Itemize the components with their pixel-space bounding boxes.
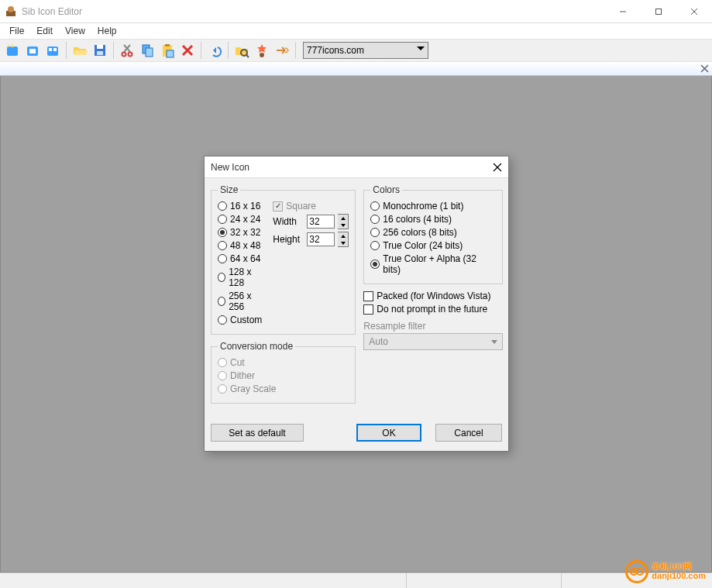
url-combobox-value: 777icons.com <box>307 45 364 56</box>
colors-legend: Colors <box>370 184 402 195</box>
menubar: File Edit View Help <box>0 23 712 39</box>
packed-checkbox[interactable]: Packed (for Windows Vista) <box>363 291 503 301</box>
svg-point-18 <box>129 53 132 57</box>
size-option-32[interactable]: 32 x 32 <box>218 227 262 238</box>
height-spin[interactable] <box>338 232 349 247</box>
conversion-legend: Conversion mode <box>218 341 295 352</box>
svg-rect-13 <box>53 48 57 51</box>
svg-point-1 <box>8 6 14 12</box>
svg-marker-31 <box>257 44 267 53</box>
size-option-128[interactable]: 128 x 128 <box>218 266 262 288</box>
dialog-title: New Icon <box>205 156 508 178</box>
color-256[interactable]: 256 colors (8 bits) <box>370 227 496 238</box>
wizard-button[interactable] <box>253 41 271 60</box>
svg-rect-3 <box>656 9 662 14</box>
search-button[interactable] <box>232 41 251 60</box>
toolbar: 777icons.com <box>0 39 712 62</box>
no-prompt-checkbox[interactable]: Do not prompt in the future <box>363 304 503 315</box>
watermark-text: danji100.com <box>652 572 706 581</box>
chevron-down-icon <box>491 340 497 344</box>
watermark: 单机100网 danji100.com <box>625 560 706 583</box>
set-default-button[interactable]: Set as default <box>211 424 304 442</box>
svg-marker-28 <box>213 47 216 53</box>
copy-button[interactable] <box>138 41 157 60</box>
svg-rect-15 <box>97 45 103 49</box>
svg-rect-10 <box>29 49 36 53</box>
minimize-button[interactable] <box>605 0 641 22</box>
color-24bit[interactable]: True Color (24 bits) <box>370 240 496 251</box>
statusbar <box>0 573 712 588</box>
save-button[interactable] <box>91 41 109 60</box>
color-mono[interactable]: Monochrome (1 bit) <box>370 201 496 211</box>
svg-point-17 <box>122 53 126 57</box>
color-16[interactable]: 16 colors (4 bits) <box>370 214 496 225</box>
close-button[interactable] <box>676 0 712 22</box>
svg-line-30 <box>246 55 249 57</box>
colors-group: Colors Monochrome (1 bit) 16 colors (4 b… <box>363 184 503 284</box>
size-option-24[interactable]: 24 x 24 <box>218 214 262 225</box>
app-icon <box>5 5 17 18</box>
new-icon-dialog: New Icon Size 16 x 16 24 x 24 32 x 32 48… <box>204 156 509 452</box>
color-32bit[interactable]: True Color + Alpha (32 bits) <box>370 253 496 275</box>
height-input[interactable] <box>307 232 335 246</box>
conversion-grayscale: Gray Scale <box>218 383 349 394</box>
menu-file[interactable]: File <box>3 24 30 38</box>
size-option-48[interactable]: 48 x 48 <box>218 240 262 251</box>
dialog-close-button[interactable] <box>491 161 504 174</box>
url-combobox[interactable]: 777icons.com <box>303 42 428 59</box>
svg-point-38 <box>637 569 643 575</box>
window-controls <box>605 0 712 22</box>
conversion-dither: Dither <box>218 370 349 381</box>
svg-rect-25 <box>167 50 174 57</box>
watermark-icon <box>625 560 648 583</box>
height-label: Height <box>273 234 304 245</box>
width-spin[interactable] <box>338 214 349 229</box>
chevron-down-icon <box>417 46 425 50</box>
size-legend: Size <box>218 184 240 195</box>
square-checkbox[interactable]: Square <box>273 201 349 211</box>
titlebar: Sib Icon Editor <box>0 0 712 23</box>
cancel-button[interactable]: Cancel <box>435 424 502 442</box>
paste-button[interactable] <box>158 41 177 60</box>
new-image-button[interactable] <box>23 41 42 60</box>
size-option-256[interactable]: 256 x 256 <box>218 291 262 312</box>
pointer-hand-button[interactable] <box>273 41 291 60</box>
menu-help[interactable]: Help <box>91 24 123 38</box>
status-cell-2 <box>406 573 561 588</box>
delete-button[interactable] <box>178 41 197 60</box>
new-library-button[interactable] <box>43 41 62 60</box>
svg-marker-7 <box>11 44 14 47</box>
document-tabbar <box>0 62 712 76</box>
cut-button[interactable] <box>118 41 136 60</box>
app-title: Sib Icon Editor <box>22 6 605 17</box>
status-cell-1 <box>0 573 406 588</box>
resample-value: Auto <box>369 336 388 347</box>
width-input[interactable] <box>307 215 335 229</box>
conversion-cut: Cut <box>218 357 349 368</box>
width-label: Width <box>273 216 304 227</box>
menu-view[interactable]: View <box>59 24 91 38</box>
ok-button[interactable]: OK <box>356 424 421 442</box>
svg-rect-6 <box>7 46 18 56</box>
resample-select: Auto <box>363 333 503 350</box>
svg-rect-16 <box>97 51 103 55</box>
svg-rect-22 <box>146 48 153 57</box>
svg-point-32 <box>260 53 264 57</box>
undo-button[interactable] <box>205 41 224 60</box>
tabbar-close-button[interactable] <box>700 64 710 74</box>
svg-rect-12 <box>49 48 52 51</box>
dialog-title-text: New Icon <box>211 162 249 173</box>
size-option-custom[interactable]: Custom <box>218 315 262 325</box>
size-option-64[interactable]: 64 x 64 <box>218 253 262 264</box>
resample-label: Resample filter <box>363 321 503 332</box>
svg-rect-24 <box>165 44 170 46</box>
size-group: Size 16 x 16 24 x 24 32 x 32 48 x 48 64 … <box>211 184 356 335</box>
conversion-group: Conversion mode Cut Dither Gray Scale <box>211 341 356 404</box>
svg-point-8 <box>8 45 10 47</box>
new-icon-button[interactable] <box>3 41 22 60</box>
maximize-button[interactable] <box>641 0 676 22</box>
size-option-16[interactable]: 16 x 16 <box>218 201 262 211</box>
open-button[interactable] <box>71 41 89 60</box>
menu-edit[interactable]: Edit <box>30 24 59 38</box>
